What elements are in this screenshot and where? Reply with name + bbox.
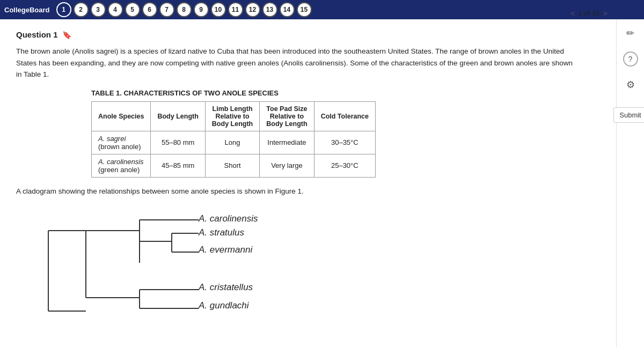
col-cold-tolerance: Cold Tolerance xyxy=(314,101,375,131)
col-species: Anole Species xyxy=(92,101,151,131)
nav-item-7[interactable]: 7 xyxy=(159,2,174,17)
clade-label-cristatellus: A. cristatellus xyxy=(199,282,253,293)
nav-item-4[interactable]: 4 xyxy=(108,2,123,17)
cladogram-svg xyxy=(32,204,301,327)
question-body-text: The brown anole (Anolis sagrei) is a spe… xyxy=(16,46,580,80)
limb-length-cell-2: Short xyxy=(205,154,259,177)
nav-item-13[interactable]: 13 xyxy=(262,2,277,17)
pencil-icon[interactable]: ✏ xyxy=(622,25,639,42)
toe-pad-cell-1: Intermediate xyxy=(260,131,314,154)
nav-item-14[interactable]: 14 xyxy=(280,2,295,17)
col-body-length: Body Length xyxy=(151,101,205,131)
cladogram-intro-text: A cladogram showing the relationships be… xyxy=(16,187,600,195)
clade-label-evermanni: A. evermanni xyxy=(199,245,252,255)
page-info: 1 of 15 xyxy=(578,9,599,17)
nav-item-3[interactable]: 3 xyxy=(91,2,106,17)
cladogram-figure: A. carolinensis A. stratulus A. evermann… xyxy=(32,204,408,327)
submit-button[interactable]: Submit xyxy=(613,107,644,123)
main-content: Question 1 🔖 The brown anole (Anolis sag… xyxy=(0,19,616,343)
question-header: Question 1 🔖 xyxy=(16,30,600,39)
table-row: A. carolinensis (green anole) 45–85 mm S… xyxy=(92,154,376,177)
col-limb-length: Limb LengthRelative toBody Length xyxy=(205,101,259,131)
body-length-cell-2: 45–85 mm xyxy=(151,154,205,177)
gear-icon[interactable]: ⚙ xyxy=(622,76,639,93)
clade-label-gundlachi: A. gundlachi xyxy=(199,300,249,311)
logo: CollegeBoard xyxy=(4,6,50,14)
top-nav-bar: CollegeBoard 123456789101112131415 < 1 o… xyxy=(0,0,644,19)
anole-table: Anole Species Body Length Limb LengthRel… xyxy=(91,101,376,178)
table-header-row: Anole Species Body Length Limb LengthRel… xyxy=(92,101,376,131)
body-length-cell-1: 55–80 mm xyxy=(151,131,205,154)
nav-item-8[interactable]: 8 xyxy=(177,2,192,17)
species-cell-1: A. sagrei (brown anole) xyxy=(92,131,151,154)
right-sidebar: ✏ ? ⚙ Submit xyxy=(616,19,644,347)
nav-item-1[interactable]: 1 xyxy=(56,2,71,17)
nav-item-9[interactable]: 9 xyxy=(194,2,209,17)
bookmark-icon[interactable]: 🔖 xyxy=(62,31,71,39)
cold-tolerance-cell-2: 25–30°C xyxy=(314,154,375,177)
question-label: Question 1 xyxy=(16,30,58,39)
nav-item-6[interactable]: 6 xyxy=(142,2,157,17)
clade-label-stratulus: A. stratulus xyxy=(199,227,244,238)
next-page-button[interactable]: > xyxy=(603,9,608,18)
limb-length-cell-1: Long xyxy=(205,131,259,154)
nav-item-5[interactable]: 5 xyxy=(125,2,140,17)
nav-item-12[interactable]: 12 xyxy=(245,2,260,17)
cold-tolerance-cell-1: 30–35°C xyxy=(314,131,375,154)
nav-item-10[interactable]: 10 xyxy=(211,2,226,17)
col-toe-pad: Toe Pad SizeRelative toBody Length xyxy=(260,101,314,131)
nav-item-2[interactable]: 2 xyxy=(74,2,89,17)
prev-page-button[interactable]: < xyxy=(570,9,575,18)
species-cell-2: A. carolinensis (green anole) xyxy=(92,154,151,177)
table-row: A. sagrei (brown anole) 55–80 mm Long In… xyxy=(92,131,376,154)
clade-label-carolinensis: A. carolinensis xyxy=(199,213,258,224)
nav-item-11[interactable]: 11 xyxy=(228,2,243,17)
toe-pad-cell-2: Very large xyxy=(260,154,314,177)
pagination: < 1 of 15 > xyxy=(570,9,608,18)
table-title: TABLE 1. CHARACTERISTICS OF TWO ANOLE SP… xyxy=(91,89,600,97)
nav-item-15[interactable]: 15 xyxy=(297,2,312,17)
help-icon[interactable]: ? xyxy=(623,51,638,67)
